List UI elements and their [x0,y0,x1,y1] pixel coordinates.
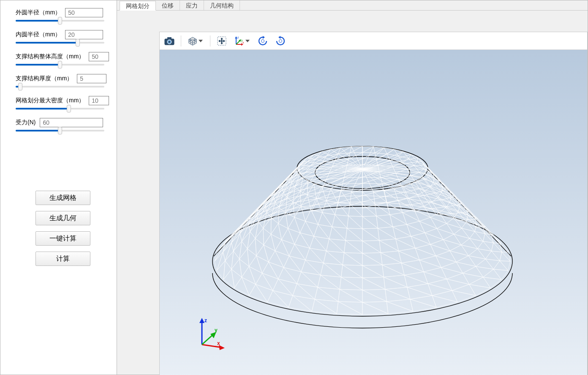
toolbar-divider [210,36,210,47]
axis-triad: z x y [193,317,227,353]
action-buttons: 生成网格 生成几何 一键计算 计算 [16,191,110,266]
svg-point-3 [169,41,171,43]
viewport-canvas[interactable]: z x y [160,50,587,375]
generate-geometry-button[interactable]: 生成几何 [35,211,90,225]
height-input[interactable] [89,52,109,61]
height-slider[interactable] [16,64,104,66]
sidebar: 外圆半径（mm） 内圆半径（mm） 支撑结构整体高度（mm） [0,0,117,375]
param-label: 外圆半径（mm） [16,9,61,16]
toolbar-divider [181,36,181,47]
tab-displacement[interactable]: 位移 [156,0,180,10]
rotate-ccw-icon [275,36,286,46]
tab-stress[interactable]: 应力 [180,0,204,10]
svg-text:z: z [237,36,239,39]
move-icon [217,36,227,46]
param-label: 网格划分最大密度（mm） [16,97,84,104]
mesh-density-input[interactable] [89,96,109,105]
mesh-density-slider[interactable] [16,108,104,109]
inner-radius-slider[interactable] [16,42,104,44]
tab-bar: 网格划分 位移 应力 几何结构 [117,0,588,11]
outer-radius-input[interactable] [65,8,103,17]
chevron-down-icon [199,40,204,42]
tab-geometry[interactable]: 几何结构 [204,0,240,10]
one-click-calc-button[interactable]: 一键计算 [35,231,90,246]
rotate-cw-icon [257,36,268,46]
view-cube-button[interactable] [185,35,206,47]
param-inner-radius: 内圆半径（mm） [16,30,104,44]
axis-z-label: z [204,318,207,323]
chevron-down-icon [245,40,250,42]
tab-mesh[interactable]: 网格划分 [120,1,156,11]
view-panel: z y x [159,32,588,375]
inner-radius-input[interactable] [65,30,103,39]
view-wrap: z y x [117,11,588,375]
param-force: 受力(N) [16,118,104,131]
thickness-slider[interactable] [16,86,104,88]
viewport-toolbar: z y x [160,32,587,50]
thickness-input[interactable] [77,74,106,83]
force-slider[interactable] [16,130,104,131]
cube-icon [188,36,198,46]
svg-point-11 [261,39,264,42]
axes-icon: z y x [234,36,245,46]
generate-mesh-button[interactable]: 生成网格 [35,191,90,205]
param-mesh-density: 网格划分最大密度（mm） [16,96,104,109]
axes-button[interactable]: z y x [231,35,253,47]
param-thickness: 支撑结构厚度（mm） [16,74,104,88]
camera-icon [164,37,174,45]
svg-point-12 [279,39,282,42]
main-area: 网格划分 位移 应力 几何结构 [117,0,588,375]
force-input[interactable] [40,118,103,127]
svg-rect-1 [167,37,172,39]
param-label: 受力(N) [16,119,35,126]
app-root: 外圆半径（mm） 内圆半径（mm） 支撑结构整体高度（mm） [0,0,588,375]
param-label: 支撑结构整体高度（mm） [16,53,84,60]
param-label: 支撑结构厚度（mm） [16,75,73,82]
axis-y-label: y [215,327,218,333]
rotate-cw-button[interactable] [255,35,270,47]
screenshot-button[interactable] [162,35,177,47]
axis-x-label: x [217,340,220,346]
rotate-ccw-button[interactable] [273,35,288,47]
pan-button[interactable] [215,35,229,47]
param-outer-radius: 外圆半径（mm） [16,8,104,22]
param-label: 内圆半径（mm） [16,31,61,38]
calc-button[interactable]: 计算 [35,252,90,266]
param-height: 支撑结构整体高度（mm） [16,52,104,66]
outer-radius-slider[interactable] [16,20,104,22]
svg-text:x: x [242,41,244,44]
